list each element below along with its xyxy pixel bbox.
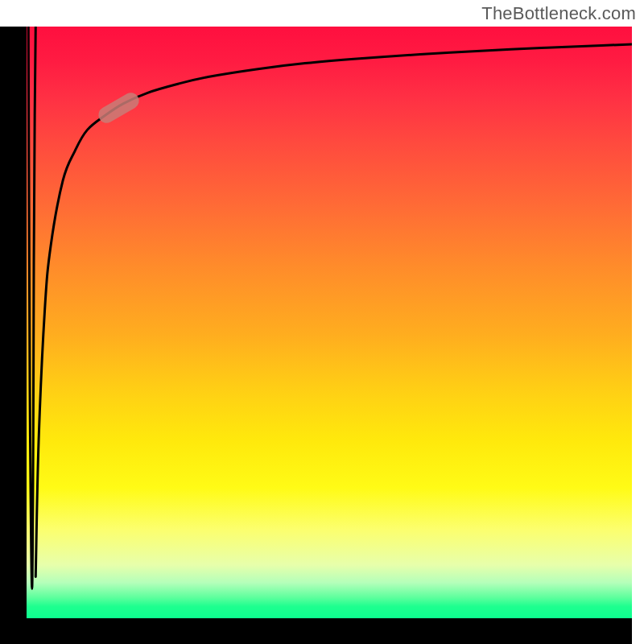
log-rise-curve bbox=[35, 44, 632, 577]
plot-area bbox=[27, 27, 632, 618]
spike-curve bbox=[28, 27, 35, 588]
chart-frame: TheBottleneck.com bbox=[0, 0, 644, 644]
attribution-label: TheBottleneck.com bbox=[481, 3, 636, 24]
y-axis-band bbox=[0, 27, 27, 618]
x-axis-band bbox=[0, 618, 632, 644]
